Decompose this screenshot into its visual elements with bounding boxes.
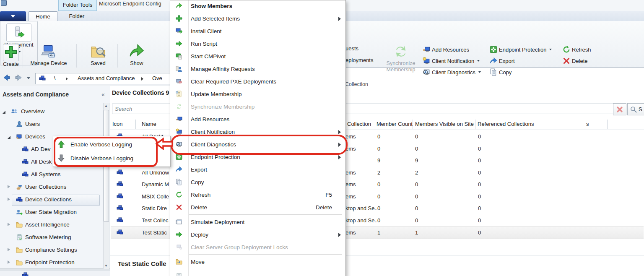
column-separator[interactable] [607,120,608,129]
manage-affinity-requests-label-fragment[interactable]: uests [345,45,358,52]
menu-item-label: Add Selected Items [191,16,240,22]
expand-node-icon[interactable] [8,198,10,201]
expand-node-icon[interactable] [8,260,10,264]
menu-item-show-members[interactable]: Show Members [170,0,345,13]
menu-separator [189,254,342,255]
menu-item-export[interactable]: Export [170,164,345,176]
menu-item-client-notification[interactable]: Client Notification [170,126,345,138]
sidebar-item-all-systems[interactable]: All Systems [0,169,102,180]
search-button[interactable]: S [627,103,644,115]
expand-node-icon[interactable] [8,223,10,226]
sidebar-item-user-state-migration[interactable]: User State Migration [0,207,102,218]
column-separator[interactable] [413,120,413,129]
column-separator[interactable] [135,120,136,129]
menu-item-add-selected-items[interactable]: Add Selected Items [170,13,345,25]
column-separator[interactable] [536,120,536,129]
affinity-icon [176,65,182,72]
endpoint-protection-button[interactable]: Endpoint Protection [490,45,552,54]
sidebar-scrollbar[interactable]: ▲ ▼ [103,103,109,269]
sidebar-item-users[interactable]: Users [0,119,102,130]
tab-home[interactable]: Home [29,11,57,21]
copy-label: Copy [499,69,512,76]
menu-item-label: Manage Affinity Requests [191,66,255,72]
endpoint-protection-icon [490,46,497,53]
back-button[interactable] [2,73,12,83]
client-diagnostics-icon [176,141,182,148]
menu-item-run-script[interactable]: Run Script [170,38,345,50]
client-diagnostics-button[interactable]: Client Diagnostics [423,68,481,77]
scroll-up-icon[interactable]: ▲ [104,104,108,108]
cell-member-count: 0 [377,217,380,224]
menu-item-update-membership[interactable]: Update Membership [170,88,345,101]
cell-name: MSIX Colle [142,193,170,200]
clear-pxe-deployments-label-fragment[interactable]: eployments [345,57,373,63]
menu-item-client-diagnostics[interactable]: Client Diagnostics [170,138,345,151]
add-resources-button[interactable]: Add Resources [423,45,469,54]
folder-tools-contextual-tab[interactable]: Folder Tools [58,0,97,11]
breadcrumb-segment[interactable]: Ove [152,75,162,81]
sidebar-item-overview[interactable]: Overview [0,107,102,117]
menu-item-add-resources[interactable]: Add Resources [170,113,345,126]
sidebar-item-software-metering[interactable]: Software Metering [0,232,102,243]
sidebar-item-compliance-settings[interactable]: Compliance Settings [0,245,102,256]
user-state-icon [16,209,23,216]
menu-item-move[interactable]: Move [170,256,345,268]
menu-item-copy[interactable]: Copy [170,176,345,189]
menu-item-refresh[interactable]: RefreshF5 [170,189,345,201]
collapse-node-icon[interactable] [3,111,5,114]
app-icon [1,0,7,6]
sidebar-item-user-collections[interactable]: User Collections [0,182,102,193]
submenu-arrow-icon [338,143,341,147]
refresh-button[interactable]: Refresh [563,45,591,54]
export-button[interactable]: Export [490,56,515,65]
menu-item-enable-verbose-logging[interactable]: Enable Verbose Logging [53,138,169,151]
breadcrumb[interactable]: \ Assets and Compliance Ove [35,73,171,84]
menu-item-clear-required-pxe-deployments[interactable]: Clear Required PXE Deployments [170,76,345,88]
menu-item-endpoint-protection[interactable]: Endpoint Protection [170,151,345,164]
history-dropdown-button[interactable] [27,77,30,79]
column-header-members-visible-on-site[interactable]: Members Visible on Site [415,121,474,127]
column-header-collection[interactable]: Collection [347,121,371,127]
sidebar-item-endpoint-protection[interactable]: Endpoint Protection [0,258,102,268]
tab-folder[interactable]: Folder [61,11,92,21]
column-header-name[interactable]: Name [142,121,156,127]
menu-item-delete[interactable]: DeleteDelete [170,201,345,214]
breadcrumb-root[interactable]: \ [54,75,56,81]
client-notification-icon [423,57,430,65]
menu-item-install-client[interactable]: Install Client [170,25,345,38]
clear-search-button[interactable] [613,103,626,115]
scroll-down-icon[interactable]: ▼ [104,264,108,268]
column-header-s[interactable]: s [586,121,589,127]
column-separator[interactable] [475,120,475,129]
menu-item-shortcut: Delete [316,204,332,211]
forward-button[interactable] [14,73,24,83]
column-header-member-count[interactable]: Member Count [377,121,413,127]
show-members-icon [129,44,144,59]
cell-limiting-collection: ems [345,169,356,176]
column-header-referenced-collections[interactable]: Referenced Collections [478,121,534,127]
copy-button[interactable]: Copy [490,68,512,77]
menu-item-start-cmpivot[interactable]: Start CMPivot [170,50,345,63]
menu-item-partial[interactable] [170,271,345,276]
cell-members-visible: 0 [415,133,418,140]
delete-button[interactable]: Delete [563,56,588,65]
menu-item-deploy[interactable]: Deploy [170,229,345,241]
column-header-icon[interactable]: Icon [112,121,123,127]
expand-node-icon[interactable] [8,248,10,251]
menu-item-manage-affinity-requests[interactable]: Manage Affinity Requests [170,63,345,76]
sidebar-item-device-collections[interactable]: Device Collections [0,195,102,206]
expand-node-icon[interactable] [8,185,10,188]
breadcrumb-segment[interactable]: Assets and Compliance [78,75,135,81]
collapse-node-icon[interactable] [8,136,10,139]
sidebar-item-asset-intelligence[interactable]: Asset Intelligence [0,220,102,231]
submenu-arrow-icon [338,155,341,159]
menu-item-simulate-deployment[interactable]: Simulate Deployment [170,216,345,229]
application-menu-button[interactable] [0,11,26,21]
column-separator[interactable] [375,120,375,129]
menu-separator [189,269,342,269]
collapse-pane-icon[interactable]: « [101,91,105,98]
workspace-shortcut-bar[interactable] [0,271,110,276]
cell-members-visible: 0 [415,217,418,224]
client-notification-button[interactable]: Client Notification [423,56,480,65]
menu-item-disable-verbose-logging[interactable]: Disable Verbose Logging [53,151,169,165]
